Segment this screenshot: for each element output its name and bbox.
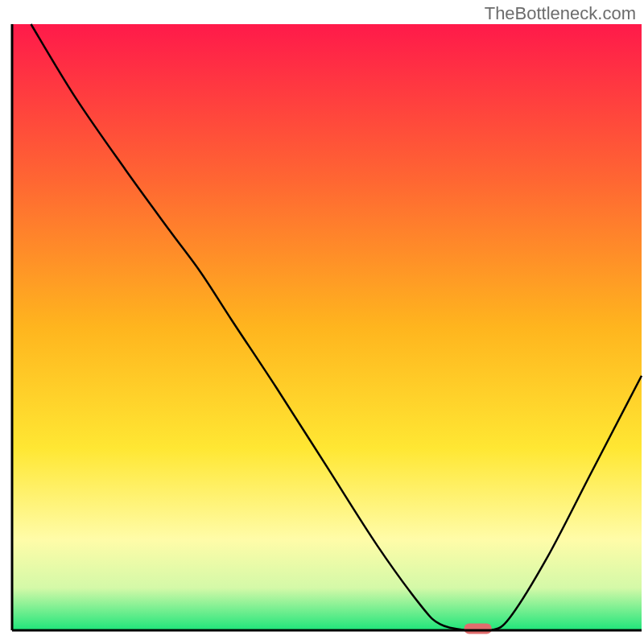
chart-background: [12, 24, 642, 630]
watermark-text: TheBottleneck.com: [485, 3, 636, 24]
optimal-marker: [464, 624, 492, 634]
bottleneck-chart: [0, 0, 644, 644]
